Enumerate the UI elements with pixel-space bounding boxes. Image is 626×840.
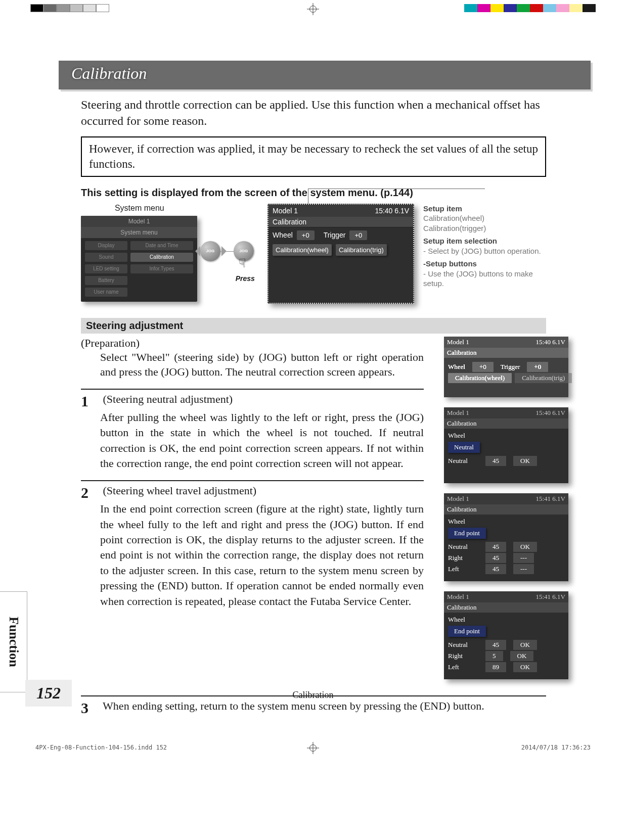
mini1-model: Model 1 xyxy=(447,338,469,346)
mini3-sub: Calibration xyxy=(444,504,568,515)
row-dash: --- xyxy=(513,553,534,563)
title-bar: Calibration xyxy=(59,61,591,89)
row-label: Right xyxy=(448,554,478,562)
row-label: Right xyxy=(448,652,478,660)
mini-screen-4: Model 1 15:41 6.1V Calibration Wheel End… xyxy=(444,591,568,679)
screen-sub: Calibration xyxy=(269,217,413,227)
step-2-text: In the end point correction screen (figu… xyxy=(100,501,424,609)
system-menu-screenshot: Model 1 System menu Display Date and Tim… xyxy=(81,216,197,302)
step-3-text: When ending setting, return to the syste… xyxy=(103,699,484,712)
row-ok: OK xyxy=(510,651,534,661)
wheel-value: +0 xyxy=(297,230,315,240)
mini2-section: Wheel xyxy=(448,432,564,440)
calibration-trig-button[interactable]: Calibration(trig) xyxy=(336,244,387,256)
row-val: 45 xyxy=(485,553,506,563)
mini1-wheel: Wheel xyxy=(448,363,465,371)
side-tab-function: Function xyxy=(0,591,27,692)
row-val: 45 xyxy=(485,542,506,552)
step-1-number: 1 xyxy=(81,393,100,410)
setup-buttons-text: - Use the (JOG) buttons to make setup. xyxy=(423,269,533,288)
page-number: 152 xyxy=(25,680,72,707)
indd-filename: 4PX-Eng-08-Function-104-156.indd 152 xyxy=(35,744,167,751)
sysmenu-item: LED setting xyxy=(85,264,127,273)
mini1-sub: Calibration xyxy=(444,348,568,358)
step-1-text: After pulling the wheel was lightly to t… xyxy=(100,410,424,471)
mini4-navy[interactable]: End point xyxy=(448,626,486,637)
registration-mark-icon xyxy=(307,3,319,15)
mini2-model: Model 1 xyxy=(447,409,469,417)
footer-label: Calibration xyxy=(293,690,334,701)
sysmenu-item: Battery xyxy=(85,276,127,285)
arrow-right-icon xyxy=(221,246,227,256)
mini2-row-val: 45 xyxy=(485,456,506,466)
row-val: 45 xyxy=(485,564,506,574)
wheel-label: Wheel xyxy=(273,231,293,239)
preparation-text: Select "Wheel" (steering side) by (JOG) … xyxy=(100,350,424,380)
step-2-title: (Steering wheel travel adjustment) xyxy=(103,484,257,497)
page-title: Calibration xyxy=(71,64,578,83)
calibration-wheel-button[interactable]: Calibration(wheel) xyxy=(273,244,332,256)
setup-item-wheel: Calibration(wheel) xyxy=(423,214,484,222)
mini4-time: 15:41 6.1V xyxy=(536,593,566,601)
step-3-number: 3 xyxy=(81,699,100,717)
sysmenu-item: Date and Time xyxy=(130,241,193,250)
screen-model: Model 1 xyxy=(273,207,298,215)
mini1-btn-trig[interactable]: Calibration(trig) xyxy=(515,373,572,383)
row-label: Neutral xyxy=(448,543,478,551)
trigger-label: Trigger xyxy=(324,231,346,239)
press-label: Press xyxy=(236,274,255,283)
mini3-time: 15:41 6.1V xyxy=(536,495,566,503)
setup-item-heading: Setup item xyxy=(423,204,546,214)
mini2-row-label: Neutral xyxy=(448,457,478,465)
row-val: 89 xyxy=(485,662,506,672)
sysmenu-item-calibration[interactable]: Calibration xyxy=(130,253,193,262)
row-ok: OK xyxy=(513,640,537,650)
sysmenu-item: Display xyxy=(85,241,127,250)
indd-datetime: 2014/07/18 17:36:23 xyxy=(521,744,591,751)
calibration-screen: Model 1 15:40 6.1V Calibration Wheel +0 … xyxy=(267,204,414,304)
mini3-model: Model 1 xyxy=(447,495,469,503)
setup-item-selection-text: - Select by (JOG) button operation. xyxy=(423,247,541,255)
mini1-time: 15:40 6.1V xyxy=(536,338,566,346)
leader-line xyxy=(308,189,308,204)
row-val: 45 xyxy=(485,640,506,650)
row-ok: OK xyxy=(513,662,537,672)
sysmenu-sub: System menu xyxy=(81,227,197,238)
mini4-section: Wheel xyxy=(448,616,564,624)
jog-button-icon: JOG xyxy=(200,241,220,261)
row-label: Left xyxy=(448,663,478,671)
jog-diagram: JOG JOG ☟ Press xyxy=(202,204,263,295)
step-1-title: (Steering neutral adjustment) xyxy=(103,393,233,405)
sysmenu-item: Infor.Types xyxy=(130,264,193,273)
mini2-sub: Calibration xyxy=(444,418,568,429)
trigger-value: +0 xyxy=(349,230,367,240)
mini3-navy[interactable]: End point xyxy=(448,528,486,539)
mini1-btn-wheel[interactable]: Calibration(wheel) xyxy=(448,373,512,383)
mini1-trig-val: +0 xyxy=(527,362,548,372)
system-menu-label: System menu xyxy=(81,204,198,213)
registration-mark-icon xyxy=(307,742,319,754)
sysmenu-item: Sound xyxy=(85,253,127,262)
row-label: Neutral xyxy=(448,641,478,649)
row-dash: --- xyxy=(513,564,534,574)
mini1-trig: Trigger xyxy=(501,363,520,371)
mini1-wheel-val: +0 xyxy=(472,362,494,372)
diagram-row: System menu Model 1 System menu Display … xyxy=(81,204,546,304)
mini-screen-1: Model 1 15:40 6.1V Calibration Wheel +0 … xyxy=(444,337,568,397)
side-notes: Setup item Calibration(wheel) Calibratio… xyxy=(423,204,546,292)
density-strip xyxy=(30,4,109,12)
mini2-navy[interactable]: Neutral xyxy=(448,442,480,453)
steering-adjustment-heading: Steering adjustment xyxy=(81,318,546,334)
color-strip xyxy=(464,4,596,12)
note-box: However, if correction was applied, it m… xyxy=(81,136,546,177)
row-val: 5 xyxy=(485,651,503,661)
arrow-left-icon xyxy=(195,246,200,256)
row-ok: OK xyxy=(513,542,537,552)
screen-time-voltage: 15:40 6.1V xyxy=(375,207,409,215)
mini4-model: Model 1 xyxy=(447,593,469,601)
leader-line xyxy=(308,189,485,189)
intro-text: Steering and throttle correction can be … xyxy=(81,97,546,129)
setup-item-selection-heading: Setup item selection xyxy=(423,236,546,246)
setup-buttons-heading: -Setup buttons xyxy=(423,259,546,269)
sysmenu-item: User name xyxy=(85,288,127,297)
